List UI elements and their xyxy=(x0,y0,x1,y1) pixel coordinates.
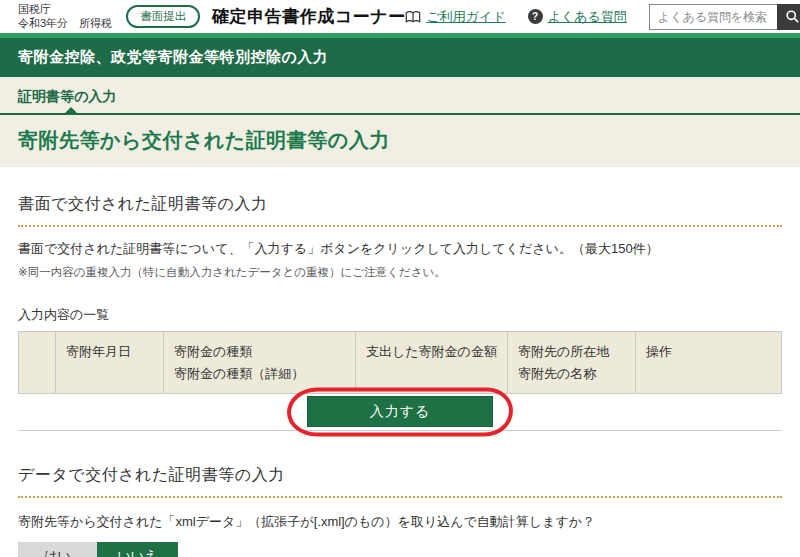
paper-section-heading: 書面で交付された証明書等の入力 xyxy=(18,194,782,227)
donation-entries-table: 寄附年月日 寄附金の種類 寄附金の種類（詳細） 支出した寄附金の金額 寄附先の所… xyxy=(18,331,782,394)
book-icon xyxy=(405,10,421,24)
page-title: 寄附先等から交付された証明書等の入力 xyxy=(0,115,800,154)
title-area: 証明書等の入力 寄附先等から交付された証明書等の入力 xyxy=(0,77,800,167)
input-button[interactable]: 入力する xyxy=(307,396,493,427)
yes-button[interactable]: はい xyxy=(18,542,97,557)
input-button-row: 入力する xyxy=(18,394,782,431)
data-section-heading: データで交付された証明書等の入力 xyxy=(18,465,782,498)
col-actions: 操作 xyxy=(635,332,781,394)
col-select xyxy=(19,332,56,394)
section-banner-title: 寄附金控除、政党等寄附金等特別控除の入力 xyxy=(18,48,328,67)
app-title: 確定申告書作成コーナー xyxy=(212,5,405,28)
table-header-row: 寄附年月日 寄附金の種類 寄附金の種類（詳細） 支出した寄附金の金額 寄附先の所… xyxy=(19,332,782,394)
magnifier-icon xyxy=(785,9,800,24)
input-button-wrap: 入力する xyxy=(307,396,493,427)
faq-link-label[interactable]: よくある質問 xyxy=(548,8,627,26)
paper-instruction: 書面で交付された証明書等について、「入力する」ボタンをクリックして入力してくださ… xyxy=(18,240,782,258)
no-button[interactable]: いいえ xyxy=(97,542,178,557)
agency-name: 国税庁 xyxy=(18,3,112,17)
guide-link[interactable]: ご利用ガイド xyxy=(405,8,505,26)
faq-link[interactable]: ? よくある質問 xyxy=(528,8,627,26)
step-divider xyxy=(0,113,800,115)
tax-year: 令和3年分 所得税 xyxy=(18,17,112,31)
agency-info: 国税庁 令和3年分 所得税 xyxy=(18,3,112,31)
site-header: 国税庁 令和3年分 所得税 書面提出 確定申告書作成コーナー ご利用ガイド ? … xyxy=(0,0,800,33)
col-recipient: 寄附先の所在地 寄附先の名称 xyxy=(507,332,635,394)
question-circle-icon: ? xyxy=(528,9,543,24)
guide-link-label[interactable]: ご利用ガイド xyxy=(426,8,505,26)
table-label: 入力内容の一覧 xyxy=(18,306,782,324)
search-input[interactable] xyxy=(649,4,777,30)
xml-import-question: 寄附先等から交付された「xmlデータ」（拡張子が[.xml]のもの）を取り込んで… xyxy=(18,513,782,531)
col-donation-date: 寄附年月日 xyxy=(56,332,164,394)
section-banner: 寄附金控除、政党等寄附金等特別控除の入力 xyxy=(0,38,800,77)
step-pointer-icon xyxy=(64,107,78,114)
submission-type-badge: 書面提出 xyxy=(126,5,200,28)
search-button[interactable] xyxy=(777,4,800,30)
xml-import-toggle: はい いいえ xyxy=(18,542,782,557)
step-tab-label: 証明書等の入力 xyxy=(0,77,800,113)
col-donation-type: 寄附金の種類 寄附金の種類（詳細） xyxy=(164,332,356,394)
faq-search xyxy=(649,4,800,30)
main-content: 書面で交付された証明書等の入力 書面で交付された証明書等について、「入力する」ボ… xyxy=(0,194,800,557)
col-donation-amount: 支出した寄附金の金額 xyxy=(356,332,508,394)
duplicate-warning-note: ※同一内容の重複入力（特に自動入力されたデータとの重複）にご注意ください。 xyxy=(18,265,782,280)
